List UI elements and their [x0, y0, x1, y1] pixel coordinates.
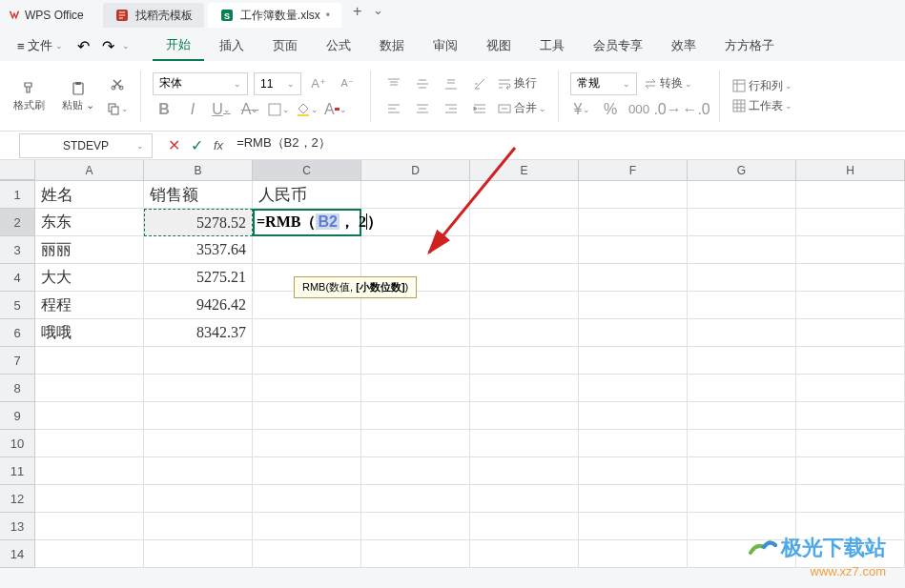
align-bottom-button[interactable]: [440, 73, 463, 94]
cell[interactable]: [579, 457, 688, 485]
cell[interactable]: [470, 236, 579, 264]
cell[interactable]: [35, 375, 144, 402]
menu-formula[interactable]: 公式: [313, 31, 364, 60]
cell[interactable]: [144, 430, 253, 457]
font-color-button[interactable]: A⌄: [324, 99, 347, 120]
row-header[interactable]: 4: [0, 264, 35, 292]
fx-icon[interactable]: fx: [214, 138, 223, 152]
cell[interactable]: 3537.64: [144, 236, 253, 264]
chevron-down-icon[interactable]: ⌄: [122, 41, 130, 51]
cell[interactable]: 销售额: [144, 181, 253, 209]
menu-start[interactable]: 开始: [153, 30, 204, 61]
border-button[interactable]: ⌄: [267, 99, 290, 120]
cell[interactable]: [688, 402, 796, 430]
cell[interactable]: [579, 485, 688, 513]
row-header[interactable]: 13: [0, 513, 35, 540]
underline-button[interactable]: U ⌄: [210, 99, 233, 120]
col-header-G[interactable]: G: [688, 160, 796, 180]
row-header[interactable]: 6: [0, 319, 35, 347]
menu-insert[interactable]: 插入: [206, 31, 257, 60]
cell[interactable]: [253, 540, 361, 568]
rowcol-button[interactable]: 行和列 ⌄: [731, 78, 792, 94]
row-header[interactable]: 9: [0, 402, 35, 430]
align-right-button[interactable]: [440, 98, 463, 119]
cell[interactable]: 程程: [35, 292, 144, 319]
inc-decimal-button[interactable]: .0→: [656, 99, 679, 120]
cell[interactable]: [688, 209, 796, 236]
cell[interactable]: [470, 513, 579, 540]
row-header[interactable]: 2: [0, 209, 35, 236]
cell[interactable]: [470, 457, 579, 485]
menu-ffgz[interactable]: 方方格子: [711, 31, 788, 60]
menu-undo-icon[interactable]: ↶: [72, 35, 95, 56]
number-format-select[interactable]: 常规⌄: [570, 72, 637, 95]
cell[interactable]: [796, 292, 905, 319]
copy-button[interactable]: ⌄: [106, 98, 129, 119]
cell[interactable]: [361, 347, 470, 375]
cell[interactable]: [579, 209, 688, 236]
cell[interactable]: [796, 457, 905, 485]
font-decrease-button[interactable]: A⁻: [336, 73, 359, 94]
row-header[interactable]: 11: [0, 457, 35, 485]
cell[interactable]: [253, 457, 361, 485]
cell[interactable]: [253, 236, 361, 264]
file-menu[interactable]: ≡ 文件 ⌄: [10, 33, 71, 58]
cell[interactable]: 丽丽: [35, 236, 144, 264]
row-header[interactable]: 7: [0, 347, 35, 375]
cell[interactable]: [796, 319, 905, 347]
cell[interactable]: [796, 375, 905, 402]
select-all-corner[interactable]: [0, 160, 35, 180]
cell[interactable]: 哦哦: [35, 319, 144, 347]
tab-template[interactable]: 找稻壳模板: [103, 3, 204, 28]
cell[interactable]: [361, 402, 470, 430]
wrap-button[interactable]: 换行: [497, 75, 537, 91]
strike-button[interactable]: A ⌄: [238, 99, 261, 120]
cell[interactable]: [579, 347, 688, 375]
col-header-A[interactable]: A: [35, 160, 144, 180]
cell[interactable]: [688, 375, 796, 402]
align-left-button[interactable]: [382, 98, 405, 119]
cell[interactable]: [361, 513, 470, 540]
cell[interactable]: [470, 181, 579, 209]
cell[interactable]: [35, 347, 144, 375]
cell[interactable]: [579, 402, 688, 430]
worksheet-button[interactable]: 工作表 ⌄: [731, 98, 792, 114]
menu-view[interactable]: 视图: [473, 31, 524, 60]
cell[interactable]: [470, 347, 579, 375]
cell[interactable]: [35, 430, 144, 457]
bold-button[interactable]: B: [153, 99, 175, 120]
cell[interactable]: [144, 375, 253, 402]
cell[interactable]: [688, 236, 796, 264]
cell[interactable]: 5278.52: [144, 209, 253, 236]
cell[interactable]: [361, 540, 470, 568]
cell[interactable]: [144, 540, 253, 568]
menu-redo-icon[interactable]: ↷: [97, 35, 120, 56]
font-size-select[interactable]: 11⌄: [254, 72, 301, 95]
cell[interactable]: [361, 485, 470, 513]
cell[interactable]: [35, 540, 144, 568]
cell[interactable]: 人民币: [253, 181, 361, 209]
cell[interactable]: [470, 540, 579, 568]
row-header[interactable]: 5: [0, 292, 35, 319]
cell[interactable]: [470, 430, 579, 457]
cell[interactable]: [579, 540, 688, 568]
cell[interactable]: [579, 430, 688, 457]
cell[interactable]: [35, 485, 144, 513]
cell[interactable]: [470, 264, 579, 292]
cell[interactable]: [470, 319, 579, 347]
tab-menu-button[interactable]: ⌄: [373, 3, 383, 28]
cell[interactable]: [253, 430, 361, 457]
row-header[interactable]: 12: [0, 485, 35, 513]
cell[interactable]: [144, 402, 253, 430]
cell[interactable]: [796, 347, 905, 375]
fill-color-button[interactable]: ⌄: [296, 99, 319, 120]
cell[interactable]: [796, 402, 905, 430]
cell[interactable]: [688, 319, 796, 347]
cell[interactable]: [361, 375, 470, 402]
format-brush-button[interactable]: 格式刷: [8, 77, 51, 114]
col-header-B[interactable]: B: [144, 160, 253, 180]
font-increase-button[interactable]: A⁺: [307, 73, 330, 94]
align-middle-button[interactable]: [411, 73, 434, 94]
cell[interactable]: 东东: [35, 209, 144, 236]
menu-page[interactable]: 页面: [259, 31, 311, 60]
